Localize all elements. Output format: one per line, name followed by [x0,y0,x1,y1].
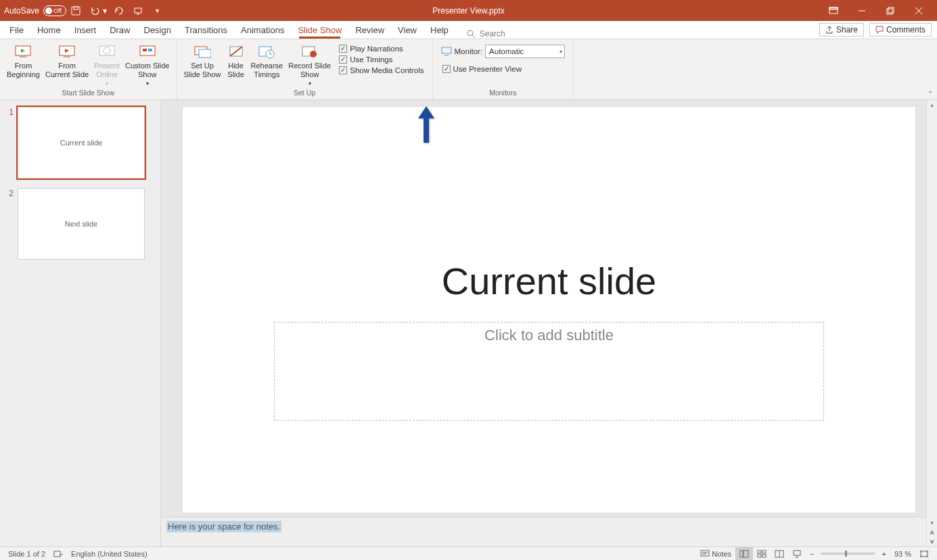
notes-icon [700,550,710,558]
tab-review[interactable]: Review [348,22,391,39]
tab-view[interactable]: View [391,22,424,39]
language-indicator[interactable]: English (United States) [67,547,152,561]
setup-icon [193,44,212,60]
redo-button[interactable] [111,3,127,19]
slide-canvas[interactable]: Current slide Click to add subtitle [183,107,915,513]
zoom-slider[interactable] [821,553,875,555]
svg-rect-48 [794,551,800,555]
from-current-icon [58,44,76,60]
from-beginning-quick[interactable] [130,3,146,19]
tab-file[interactable]: File [3,22,30,39]
svg-rect-20 [140,46,155,55]
vertical-scrollbar[interactable]: ▲ ▼ ⮝ ⮟ [926,100,937,546]
present-online-icon [97,44,116,60]
next-slide-icon[interactable]: ⮟ [927,537,937,546]
status-bar: Slide 1 of 2 English (United States) Not… [0,546,937,560]
svg-rect-6 [887,9,892,14]
comments-button[interactable]: Comments [869,23,932,37]
present-online-button[interactable]: Present Online ▾ [91,42,122,89]
record-slide-show-button[interactable]: Record Slide Show ▾ [285,42,334,89]
subtitle-placeholder[interactable]: Click to add subtitle [274,322,824,421]
notes-pane[interactable]: Here is your space for notes. [161,517,926,546]
tab-insert[interactable]: Insert [68,22,104,39]
spell-check-icon[interactable] [49,547,67,561]
tab-help[interactable]: Help [424,22,455,39]
notes-toggle-button[interactable]: Notes [696,547,735,561]
slide-indicator[interactable]: Slide 1 of 2 [4,547,49,561]
tab-animations[interactable]: Animations [234,22,291,39]
scroll-down-icon[interactable]: ▼ [927,518,937,528]
document-title: Presenter View.pptx [432,6,505,16]
from-beginning-icon [14,44,32,60]
thumbnail-number: 1 [5,107,14,179]
tab-transitions[interactable]: Transitions [178,22,234,39]
svg-rect-41 [744,551,748,557]
undo-dropdown[interactable]: ▾ [101,3,108,19]
use-timings-checkbox[interactable]: Use Timings [338,54,425,65]
hide-slide-button[interactable]: Hide Slide [224,42,248,89]
group-monitors: Monitor: Automatic ▾ Use Presenter View … [433,39,574,99]
tab-draw[interactable]: Draw [103,22,137,39]
slide-editor: Current slide Click to add subtitle Here… [161,100,937,546]
from-current-slide-button[interactable]: From Current Slide [43,42,91,89]
search-icon [466,29,476,39]
show-media-controls-checkbox[interactable]: Show Media Controls [338,65,425,76]
group-start-slide-show: From Beginning From Current Slide Presen… [0,39,177,99]
record-icon [300,44,319,60]
svg-rect-4 [829,7,838,9]
share-button[interactable]: Share [819,23,864,37]
play-narrations-checkbox[interactable]: Play Narrations [338,43,425,54]
zoom-percent[interactable]: 93 % [890,547,915,561]
zoom-in-button[interactable]: + [877,547,890,561]
share-icon [825,26,833,34]
monitor-select[interactable]: Automatic ▾ [485,45,565,58]
svg-rect-1 [74,7,78,9]
svg-rect-36 [54,551,60,557]
close-button[interactable] [905,0,933,21]
use-presenter-view-checkbox[interactable]: Use Presenter View [441,64,566,74]
from-beginning-button[interactable]: From Beginning [4,42,43,89]
slide-sorter-view-button[interactable] [753,547,771,561]
notes-text: Here is your space for notes. [166,521,281,532]
tab-slide-show[interactable]: Slide Show [291,22,348,39]
svg-rect-0 [72,7,80,15]
rehearse-icon [257,44,276,60]
reading-view-button[interactable] [771,547,788,561]
monitor-icon [441,47,452,56]
scroll-up-icon[interactable]: ▲ [927,100,937,110]
title-placeholder[interactable]: Current slide [183,259,915,303]
custom-slide-show-button[interactable]: Custom Slide Show ▾ [122,42,172,89]
rehearse-timings-button[interactable]: Rehearse Timings [248,42,286,89]
ribbon-display-options[interactable] [819,0,848,21]
prev-slide-icon[interactable]: ⮝ [927,528,937,537]
tab-design[interactable]: Design [137,22,178,39]
annotation-arrow [413,105,440,145]
thumbnail-row: 1 Current slide [5,107,155,179]
tab-home[interactable]: Home [30,22,68,39]
svg-rect-44 [758,555,761,557]
save-button[interactable] [68,3,84,19]
slide-thumbnail-2[interactable]: Next slide [18,188,145,260]
hide-slide-icon [227,44,246,60]
search-box[interactable]: Search [466,29,505,39]
qat-customize[interactable]: ▾ [149,3,165,19]
minimize-button[interactable] [848,0,876,21]
svg-rect-43 [762,551,766,553]
svg-point-10 [467,30,473,36]
restore-button[interactable] [876,0,905,21]
svg-rect-45 [762,555,766,557]
svg-rect-7 [888,7,894,13]
slideshow-view-button[interactable] [788,547,806,561]
group-set-up: Set Up Slide Show Hide Slide Rehearse Ti… [177,39,432,99]
thumbnail-row: 2 Next slide [5,188,155,260]
autosave-label: AutoSave [4,6,39,16]
zoom-out-button[interactable]: − [806,547,818,561]
collapse-ribbon-button[interactable]: ⌃ [928,90,933,97]
autosave-toggle[interactable]: AutoSave Off [4,5,66,16]
slide-thumbnail-panel: 1 Current slide 2 Next slide [0,100,161,546]
fit-to-window-button[interactable] [915,547,933,561]
setup-slide-show-button[interactable]: Set Up Slide Show [181,42,223,89]
undo-button[interactable] [87,3,103,19]
normal-view-button[interactable] [735,547,753,561]
slide-thumbnail-1[interactable]: Current slide [18,107,145,179]
